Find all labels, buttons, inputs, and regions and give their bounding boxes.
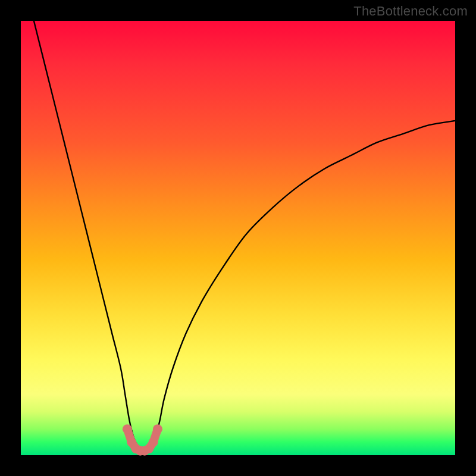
watermark-text: TheBottleneck.com [353,4,468,19]
chart-frame: TheBottleneck.com [0,0,476,476]
bottleneck-curve [34,21,455,452]
plot-area [21,21,455,455]
trough-marker [149,437,158,447]
trough-marker [123,424,132,434]
trough-marker [153,424,162,434]
trough-markers [123,424,162,456]
curve-layer [21,21,455,455]
